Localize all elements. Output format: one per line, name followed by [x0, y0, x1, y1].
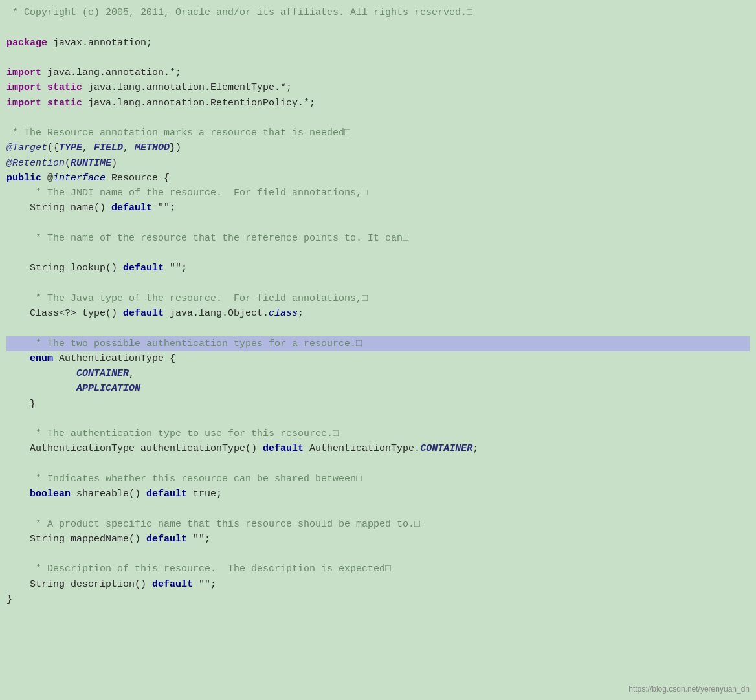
line-10: @Target({TYPE, FIELD, METHOD})	[6, 140, 750, 155]
line-35: * A product specific name that this reso…	[6, 517, 750, 532]
line-36: String mappedName() default "";	[6, 532, 750, 547]
line-23: * The two possible authentication types …	[6, 336, 750, 351]
line-39: String description() default "";	[6, 577, 750, 592]
line-7: import static java.lang.annotation.Reten…	[6, 96, 750, 111]
line-32: * Indicates whether this resource can be…	[6, 472, 750, 487]
line-12: public @interface Resource {	[6, 171, 750, 186]
line-40: }	[6, 592, 750, 607]
watermark: https://blog.csdn.net/yerenyuan_dn	[628, 684, 750, 694]
code-container: * Copyright (c) 2005, 2011, Oracle and/o…	[0, 0, 756, 700]
line-30: AuthenticationType authenticationType() …	[6, 441, 750, 456]
line-8	[6, 111, 750, 126]
line-4	[6, 50, 750, 65]
line-15	[6, 216, 750, 231]
line-21: Class<?> type() default java.lang.Object…	[6, 306, 750, 321]
line-29: * The authentication type to use for thi…	[6, 426, 750, 441]
line-17	[6, 246, 750, 261]
line-13: * The JNDI name of the resource. For fie…	[6, 186, 750, 201]
line-5: import java.lang.annotation.*;	[6, 65, 750, 80]
line-16: * The name of the resource that the refe…	[6, 231, 750, 246]
line-14: String name() default "";	[6, 201, 750, 215]
line-27: }	[6, 397, 750, 411]
line-24: enum AuthenticationType {	[6, 351, 750, 366]
line-25: CONTAINER,	[6, 366, 750, 381]
line-31	[6, 457, 750, 472]
line-18: String lookup() default "";	[6, 261, 750, 276]
line-9: * The Resource annotation marks a resour…	[6, 126, 750, 140]
line-38: * Description of this resource. The desc…	[6, 562, 750, 576]
line-33: boolean shareable() default true;	[6, 487, 750, 501]
line-6: import static java.lang.annotation.Eleme…	[6, 80, 750, 95]
line-3: package javax.annotation;	[6, 36, 750, 50]
line-11: @Retention(RUNTIME)	[6, 156, 750, 171]
line-19	[6, 276, 750, 291]
line-1: * Copyright (c) 2005, 2011, Oracle and/o…	[6, 5, 750, 20]
line-28	[6, 411, 750, 426]
line-26: APPLICATION	[6, 381, 750, 396]
line-20: * The Java type of the resource. For fie…	[6, 291, 750, 306]
line-22	[6, 321, 750, 336]
line-34	[6, 501, 750, 516]
line-2	[6, 20, 750, 35]
line-37	[6, 547, 750, 562]
